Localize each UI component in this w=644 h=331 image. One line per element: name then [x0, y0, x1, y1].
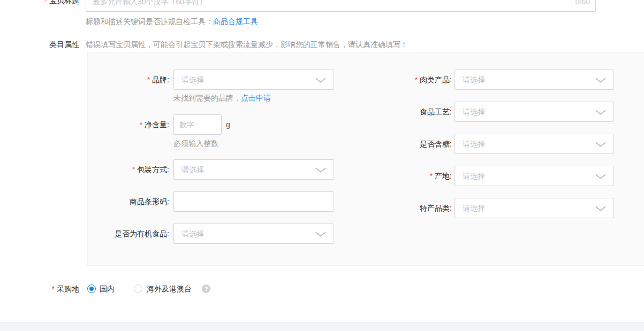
origin-select[interactable]: 请选择 [454, 166, 614, 186]
chevron-down-icon [595, 109, 607, 116]
domestic-radio-label[interactable]: 国内 [100, 284, 115, 294]
overseas-radio[interactable] [134, 284, 142, 293]
help-icon[interactable]: ? [202, 284, 210, 293]
organic-select[interactable]: 请选择 [173, 224, 334, 244]
category-attrs-panel: *品牌: 请选择 未找到需要的品牌，点击申请 *净含量: g 必须输入整数 *包… [87, 52, 644, 266]
net-weight-label: *净含量: [88, 114, 169, 135]
category-attrs-label: 类目属性 [0, 39, 79, 50]
chevron-down-icon [595, 77, 607, 83]
sugar-select[interactable]: 请选择 [454, 134, 614, 154]
bottom-bar [0, 322, 644, 331]
origin-label: *产地: [302, 166, 452, 186]
brand-helper: 未找到需要的品牌，点击申请 [173, 93, 271, 103]
sugar-label: 是否含糖: [302, 134, 452, 154]
required-mark: * [44, 0, 47, 5]
chevron-down-icon [595, 205, 607, 212]
overseas-radio-label[interactable]: 海外及港澳台 [147, 284, 192, 294]
net-weight-inputwrap [173, 114, 222, 135]
chevron-down-icon [595, 141, 607, 148]
net-weight-unit: g [226, 114, 230, 135]
specialty-label: 特产品类: [302, 198, 452, 218]
food-craft-label: 食品工艺: [302, 102, 452, 122]
net-weight-input[interactable] [174, 115, 221, 134]
brand-label: *品牌: [88, 70, 169, 90]
product-title-inputwrap: 0/60 [86, 0, 596, 12]
net-weight-helper: 必须输入整数 [173, 138, 218, 149]
product-title-label: *宝贝标题 [0, 0, 79, 6]
char-counter: 0/60 [575, 0, 590, 12]
domestic-radio[interactable] [87, 284, 96, 293]
brand-apply-link[interactable]: 点击申请 [241, 94, 271, 102]
product-edit-form: *宝贝标题 0/60 标题和描述关键词是否违规自检工具：商品合规工具 类目属性 … [0, 0, 644, 331]
food-craft-select[interactable]: 请选择 [454, 102, 614, 122]
specialty-select[interactable]: 请选择 [454, 198, 614, 218]
meat-product-label: *肉类产品: [302, 70, 452, 90]
product-title-input[interactable] [86, 0, 595, 11]
packaging-label: *包装方式: [88, 159, 169, 180]
chevron-down-icon [595, 173, 607, 180]
barcode-label: 商品条形码: [88, 191, 169, 212]
compliance-tool-link[interactable]: 商品合规工具 [213, 17, 258, 26]
title-helper: 标题和描述关键词是否违规自检工具：商品合规工具 [86, 16, 258, 27]
organic-label: 是否为有机食品: [88, 224, 169, 244]
purchase-place-label: *采购地 [0, 284, 79, 294]
chevron-down-icon [315, 231, 327, 237]
meat-product-select[interactable]: 请选择 [454, 70, 614, 90]
category-warning: 错误填写宝贝属性，可能会引起宝贝下架或搜索流量减少，影响您的正常销售，请认真准确… [86, 39, 408, 50]
